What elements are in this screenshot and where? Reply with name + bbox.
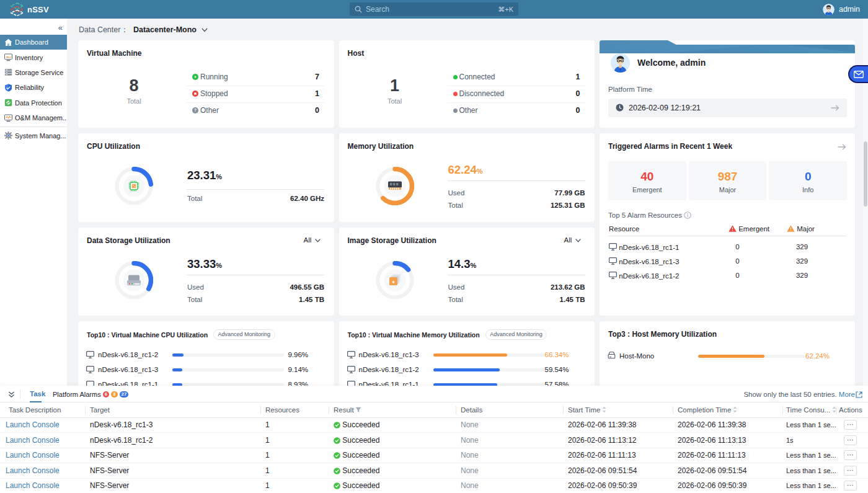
svg-text:?: ?: [194, 108, 197, 112]
